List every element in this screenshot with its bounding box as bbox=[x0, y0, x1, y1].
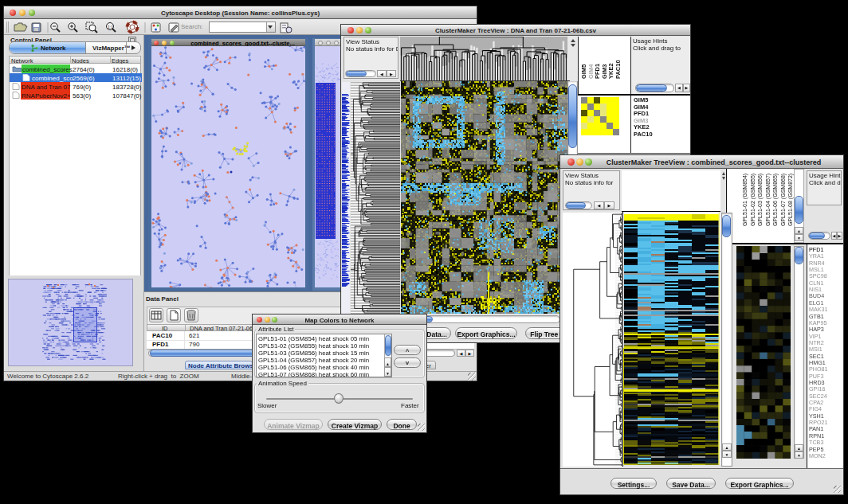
svg-text:1:1: 1:1 bbox=[108, 25, 113, 29]
